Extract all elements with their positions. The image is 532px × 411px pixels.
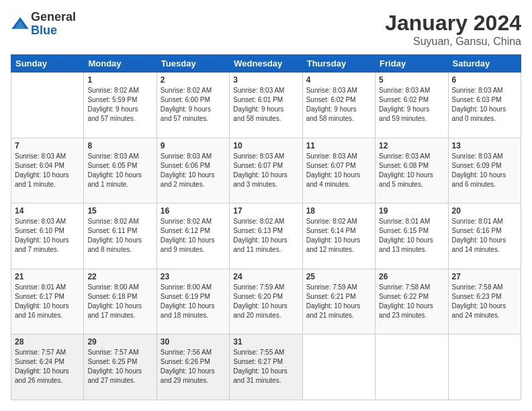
day-info: Sunrise: 7:55 AM Sunset: 6:27 PM Dayligh…: [233, 348, 298, 385]
weekday-header-friday: Friday: [375, 55, 448, 73]
day-number: 4: [306, 75, 371, 85]
weekday-header-monday: Monday: [84, 55, 157, 73]
day-info: Sunrise: 8:03 AM Sunset: 6:07 PM Dayligh…: [306, 152, 371, 189]
day-number: 24: [233, 272, 298, 281]
calendar-cell: 29Sunrise: 7:57 AM Sunset: 6:25 PM Dayli…: [84, 334, 157, 400]
logo-blue: Blue: [31, 24, 57, 37]
day-number: 23: [161, 272, 226, 281]
calendar-cell: 16Sunrise: 8:02 AM Sunset: 6:12 PM Dayli…: [157, 203, 229, 269]
page: General Blue January 2024 Suyuan, Gansu,…: [0, 0, 532, 411]
day-info: Sunrise: 8:01 AM Sunset: 6:15 PM Dayligh…: [379, 217, 444, 255]
calendar-cell: 9Sunrise: 8:03 AM Sunset: 6:06 PM Daylig…: [157, 138, 229, 203]
weekday-header-tuesday: Tuesday: [157, 55, 229, 73]
day-info: Sunrise: 8:03 AM Sunset: 6:01 PM Dayligh…: [233, 86, 298, 124]
logo-text: General Blue: [31, 11, 76, 38]
day-info: Sunrise: 8:02 AM Sunset: 6:12 PM Dayligh…: [161, 217, 226, 255]
calendar-cell: 18Sunrise: 8:02 AM Sunset: 6:14 PM Dayli…: [302, 203, 375, 269]
calendar-week-5: 28Sunrise: 7:57 AM Sunset: 6:24 PM Dayli…: [11, 334, 521, 400]
day-info: Sunrise: 8:01 AM Sunset: 6:17 PM Dayligh…: [15, 283, 80, 320]
day-number: 22: [87, 272, 152, 281]
day-number: 18: [306, 206, 371, 216]
calendar-cell: 3Sunrise: 8:03 AM Sunset: 6:01 PM Daylig…: [230, 73, 302, 138]
calendar-week-3: 14Sunrise: 8:03 AM Sunset: 6:10 PM Dayli…: [11, 203, 521, 269]
calendar-title: January 2024: [385, 11, 521, 36]
day-info: Sunrise: 8:03 AM Sunset: 6:08 PM Dayligh…: [379, 152, 444, 189]
day-info: Sunrise: 8:02 AM Sunset: 6:14 PM Dayligh…: [306, 217, 371, 255]
day-number: 12: [379, 141, 444, 150]
day-number: 29: [87, 337, 152, 347]
calendar-cell: 13Sunrise: 8:03 AM Sunset: 6:09 PM Dayli…: [448, 138, 521, 203]
day-number: 13: [452, 141, 517, 150]
day-number: 19: [379, 206, 444, 216]
calendar-week-1: 1Sunrise: 8:02 AM Sunset: 5:59 PM Daylig…: [11, 73, 521, 138]
calendar-cell: 5Sunrise: 8:03 AM Sunset: 6:02 PM Daylig…: [375, 73, 448, 138]
weekday-header-wednesday: Wednesday: [230, 55, 302, 73]
weekday-header-sunday: Sunday: [11, 55, 84, 73]
calendar-cell: 15Sunrise: 8:02 AM Sunset: 6:11 PM Dayli…: [84, 203, 157, 269]
calendar-cell: 31Sunrise: 7:55 AM Sunset: 6:27 PM Dayli…: [230, 334, 302, 400]
day-info: Sunrise: 7:58 AM Sunset: 6:23 PM Dayligh…: [452, 283, 517, 320]
day-number: 27: [452, 272, 517, 281]
logo: General Blue: [11, 11, 76, 38]
header: General Blue January 2024 Suyuan, Gansu,…: [11, 11, 521, 48]
calendar-cell: 17Sunrise: 8:02 AM Sunset: 6:13 PM Dayli…: [230, 203, 302, 269]
day-number: 15: [87, 206, 152, 216]
calendar-cell: 21Sunrise: 8:01 AM Sunset: 6:17 PM Dayli…: [11, 269, 84, 334]
weekday-header-row: SundayMondayTuesdayWednesdayThursdayFrid…: [11, 55, 521, 73]
day-info: Sunrise: 8:02 AM Sunset: 6:13 PM Dayligh…: [233, 217, 298, 255]
day-info: Sunrise: 8:02 AM Sunset: 6:11 PM Dayligh…: [87, 217, 152, 255]
calendar-cell: 24Sunrise: 7:59 AM Sunset: 6:20 PM Dayli…: [230, 269, 302, 334]
day-number: 1: [87, 75, 152, 85]
calendar-cell: 20Sunrise: 8:01 AM Sunset: 6:16 PM Dayli…: [448, 203, 521, 269]
calendar-week-2: 7Sunrise: 8:03 AM Sunset: 6:04 PM Daylig…: [11, 138, 521, 203]
weekday-header-saturday: Saturday: [448, 55, 521, 73]
calendar-cell: 11Sunrise: 8:03 AM Sunset: 6:07 PM Dayli…: [302, 138, 375, 203]
day-info: Sunrise: 8:03 AM Sunset: 6:02 PM Dayligh…: [306, 86, 371, 124]
calendar-subtitle: Suyuan, Gansu, China: [385, 36, 521, 48]
day-info: Sunrise: 8:03 AM Sunset: 6:09 PM Dayligh…: [452, 152, 517, 189]
day-info: Sunrise: 7:59 AM Sunset: 6:21 PM Dayligh…: [306, 283, 371, 320]
day-info: Sunrise: 7:59 AM Sunset: 6:20 PM Dayligh…: [233, 283, 298, 320]
calendar-week-4: 21Sunrise: 8:01 AM Sunset: 6:17 PM Dayli…: [11, 269, 521, 334]
day-info: Sunrise: 8:03 AM Sunset: 6:04 PM Dayligh…: [15, 152, 80, 189]
day-number: 28: [15, 337, 80, 347]
day-number: 10: [233, 141, 298, 150]
day-info: Sunrise: 7:57 AM Sunset: 6:25 PM Dayligh…: [87, 348, 152, 385]
calendar-cell: 2Sunrise: 8:02 AM Sunset: 6:00 PM Daylig…: [157, 73, 229, 138]
calendar-cell: 12Sunrise: 8:03 AM Sunset: 6:08 PM Dayli…: [375, 138, 448, 203]
day-info: Sunrise: 8:02 AM Sunset: 6:00 PM Dayligh…: [161, 86, 226, 124]
calendar-cell: [302, 334, 375, 400]
calendar-cell: 14Sunrise: 8:03 AM Sunset: 6:10 PM Dayli…: [11, 203, 84, 269]
calendar-cell: 30Sunrise: 7:56 AM Sunset: 6:26 PM Dayli…: [157, 334, 229, 400]
day-number: 16: [161, 206, 226, 216]
day-number: 31: [233, 337, 298, 347]
day-number: 8: [87, 141, 152, 150]
day-info: Sunrise: 8:00 AM Sunset: 6:19 PM Dayligh…: [161, 283, 226, 320]
day-info: Sunrise: 8:02 AM Sunset: 5:59 PM Dayligh…: [87, 86, 152, 124]
calendar-cell: 19Sunrise: 8:01 AM Sunset: 6:15 PM Dayli…: [375, 203, 448, 269]
day-info: Sunrise: 8:03 AM Sunset: 6:03 PM Dayligh…: [452, 86, 517, 124]
calendar-cell: [11, 73, 84, 138]
calendar-cell: 27Sunrise: 7:58 AM Sunset: 6:23 PM Dayli…: [448, 269, 521, 334]
calendar-cell: 7Sunrise: 8:03 AM Sunset: 6:04 PM Daylig…: [11, 138, 84, 203]
day-number: 30: [161, 337, 226, 347]
day-number: 26: [379, 272, 444, 281]
day-number: 17: [233, 206, 298, 216]
calendar-cell: 6Sunrise: 8:03 AM Sunset: 6:03 PM Daylig…: [448, 73, 521, 138]
day-info: Sunrise: 8:03 AM Sunset: 6:06 PM Dayligh…: [161, 152, 226, 189]
day-number: 9: [161, 141, 226, 150]
calendar-cell: 1Sunrise: 8:02 AM Sunset: 5:59 PM Daylig…: [84, 73, 157, 138]
day-number: 14: [15, 206, 80, 216]
calendar-table: SundayMondayTuesdayWednesdayThursdayFrid…: [11, 54, 521, 400]
title-block: January 2024 Suyuan, Gansu, China: [385, 11, 521, 48]
day-info: Sunrise: 8:01 AM Sunset: 6:16 PM Dayligh…: [452, 217, 517, 255]
day-number: 5: [379, 75, 444, 85]
calendar-cell: 8Sunrise: 8:03 AM Sunset: 6:05 PM Daylig…: [84, 138, 157, 203]
calendar-cell: 4Sunrise: 8:03 AM Sunset: 6:02 PM Daylig…: [302, 73, 375, 138]
day-info: Sunrise: 7:56 AM Sunset: 6:26 PM Dayligh…: [161, 348, 226, 385]
day-info: Sunrise: 8:03 AM Sunset: 6:02 PM Dayligh…: [379, 86, 444, 124]
day-number: 11: [306, 141, 371, 150]
day-info: Sunrise: 8:03 AM Sunset: 6:07 PM Dayligh…: [233, 152, 298, 189]
day-number: 20: [452, 206, 517, 216]
day-number: 21: [15, 272, 80, 281]
